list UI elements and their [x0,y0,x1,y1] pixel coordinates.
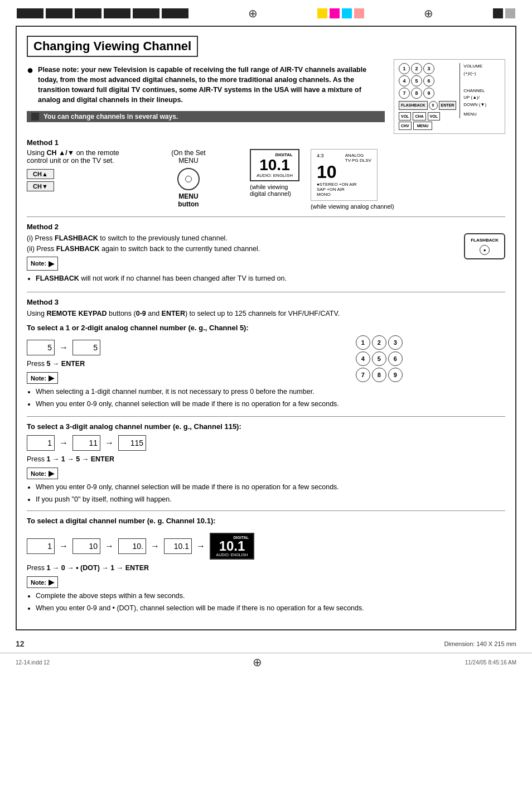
ch-down-button: CH▼ [27,181,54,191]
channel-input-row2: 1 → 11 → 115 [27,435,505,451]
color-yellow [317,8,327,18]
section3-press: Press 1 → 0 → • (DOT) → 1 → ENTER [27,564,505,572]
while-digital: (while viewingdigital channel) [250,184,299,197]
np-8: 8 [372,368,386,382]
method1-ch-buttons: CH▲ CH▼ [27,168,127,192]
top-bar-color-squares [317,8,364,18]
method2-line2: (ii) Press FLASHBACK again to switch bac… [27,244,453,254]
np-4: 4 [356,351,370,366]
flashback-btn-diagram: FLASHBACK ● [464,233,505,259]
gray-note-bar: You can change channels in several ways. [27,111,385,122]
s2-b1: When you enter 0-9 only, channel selecti… [36,481,505,493]
btn-7: 7 [399,88,410,99]
np-1: 1 [356,335,370,350]
m3-09: 0-9 [136,310,146,317]
section3-inputs: 1 → 10 → 10. → 10.1 → DIGITAL 10.1 AUDIO… [27,528,254,564]
m3-keypad: REMOTE KEYPAD [46,310,107,317]
flashback-section: (i) Press FLASHBACK to switch to the pre… [27,233,505,285]
method3-desc: Using REMOTE KEYPAD buttons (0-9 and ENT… [27,309,505,319]
arrow1: → [59,343,68,353]
page-wrapper: ⊕ ⊕ Changing Viewing Channel ● Please no… [0,0,532,795]
vol2-btn: VOL [428,112,440,121]
arrow3a: → [59,541,68,551]
remote-right-labels: VOLUME(+)/(−) CHANNELUP (▲)/DOWN (▼) MEN… [460,63,486,118]
btn-1: 1 [399,63,410,74]
color-magenta [330,8,340,18]
menu-circle [177,168,200,190]
vol-ch-row: VOL CHA VOL [399,112,456,121]
bullet-dot: ● [27,64,33,76]
color-cyan [342,8,352,18]
method2-title: Method 2 [27,223,505,231]
method3-title: Method 3 [27,298,505,306]
note-box-s3: Note: ▶ [27,576,58,588]
vol-btn: VOL [399,112,411,121]
rect5 [133,8,159,18]
section1-heading: To select a 1 or 2-digit analog channel … [27,324,505,332]
main-content: Changing Viewing Channel ● Please note: … [16,26,516,630]
ch-box-5-input: 5 [27,340,55,355]
bullet1-section: ● Please note: your new Television is ca… [27,65,385,105]
arrow2b: → [105,438,114,448]
section1-bullets: When selecting a 1-digit channel number,… [36,386,339,409]
method1-title: Method 1 [27,138,505,147]
section2-bullets: When you enter 0-9 only, channel selecti… [36,481,505,505]
arrow2a: → [59,438,68,448]
note-label-m2: Note: [31,259,46,268]
bullet1-strong: Please note: your new Television is capa… [38,66,366,104]
m2-fb2: FLASHBACK [56,245,100,253]
remote-inner: 1 2 3 4 5 6 7 8 9 [399,63,500,130]
np-7: 7 [356,368,370,382]
method1-desc: Using CH ▲/▼ on the remote control unit … [27,149,127,165]
rect2 [46,8,72,18]
extra1 [493,8,503,18]
gray-note-text: You can change channels in several ways. [43,113,178,121]
divider3 [27,416,505,417]
note-box-m2: Note: ▶ [27,257,58,271]
menu-btn-remote: MENU [413,122,433,130]
gray-square-icon [31,113,39,121]
note-arrow-s3: ▶ [49,578,54,586]
bottom-bar: 12 Dimension: 140 X 215 mm [16,639,516,648]
m2-bullet1: FLASHBACK will not work if no channel ha… [36,273,453,284]
crosshair-top-right: ⊕ [424,7,433,20]
note-label-s2: Note: [31,470,46,477]
method2-section: Method 2 (i) Press FLASHBACK to switch t… [27,223,505,285]
divider4 [27,510,505,511]
menu-label-remote: MENU [463,111,486,118]
btn-8: 8 [411,88,422,99]
section3-bullets: Complete the above steps within a few se… [36,590,505,614]
section1-inputs: 5 → 5 Press 5 → ENTER Note: ▶ When selec… [27,335,339,411]
numpad-right: 1 2 3 4 5 6 7 8 9 [356,335,403,382]
note-label-s1: Note: [31,375,46,382]
np-6: 6 [388,351,403,366]
fb-diagram-circle: ● [480,245,490,255]
top-bar-right-extra [493,8,515,18]
m2-fb3: FLASHBACK [36,274,79,282]
arrow3b: → [105,541,114,551]
analog-num: 10 [317,163,371,181]
analog-stereo: ●STEREO +ON AIR SAP +ON AIR MONO [317,182,371,197]
menu-button-label: MENUbutton [138,192,239,208]
method1-right: DIGITAL 10.1 AUDIO: ENGLISH (while viewi… [250,149,505,210]
btn-4: 4 [399,75,410,86]
btn-9: 9 [423,88,434,99]
note-arrow-m2: ▶ [49,258,54,269]
on-set-menu: (On the SetMENU [138,149,239,165]
ch-box-115: 115 [118,435,146,451]
btn-0: 0 [429,101,438,110]
ch-box-1: 1 [27,435,55,451]
np-3: 3 [388,335,403,350]
bullet1-text: Please note: your new Television is capa… [38,65,385,105]
s2-press-text: 1 → 1 → 5 → ENTER [46,455,114,463]
channel-input-row1: 5 → 5 [27,340,339,355]
rect6 [162,8,188,18]
remote-diagram: 1 2 3 4 5 6 7 8 9 [394,59,505,134]
extra2 [505,8,515,18]
crosshair-bottom: ⊕ [253,656,262,669]
method1-section: Method 1 Using CH ▲/▼ on the remote cont… [27,138,505,210]
flashback-text: (i) Press FLASHBACK to switch to the pre… [27,233,453,285]
arrow3d: → [196,541,205,551]
chv-btn: CHV [399,122,412,130]
analog-display: 4:3 ANALOGTV·PG DLSV 10 ●STEREO +ON AIR … [311,149,378,201]
